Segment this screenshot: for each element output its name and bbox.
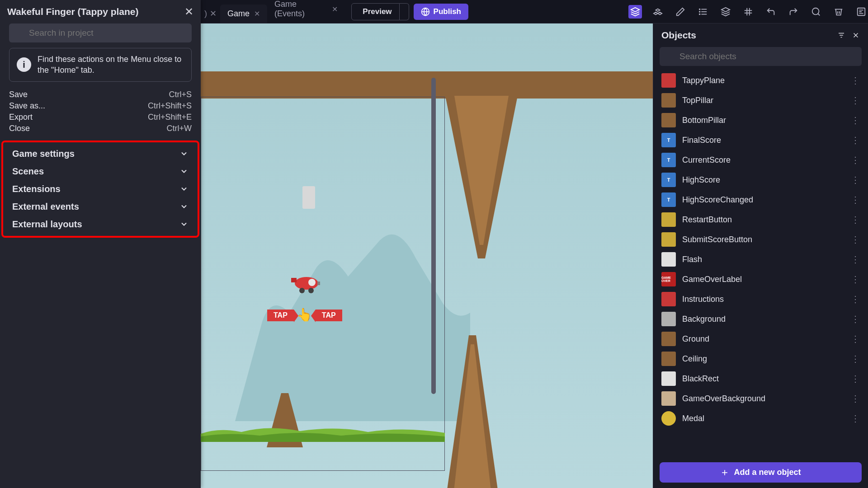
- info-text: Find these actions on the Menu close to …: [38, 54, 184, 76]
- object-row-finalscore[interactable]: TFinalScore⋮: [653, 130, 868, 150]
- tab-game-events[interactable]: Game (Events) ✕: [267, 0, 345, 23]
- vertical-scrollbar[interactable]: [431, 78, 436, 394]
- more-icon[interactable]: ⋮: [851, 413, 860, 424]
- more-icon[interactable]: ⋮: [851, 115, 860, 126]
- object-name: HighScore: [682, 175, 844, 185]
- tab-stub[interactable]: ) ✕: [201, 4, 220, 23]
- object-thumb: [661, 93, 676, 108]
- instances-list-icon[interactable]: [696, 5, 710, 19]
- close-icon[interactable]: ✕: [184, 5, 193, 18]
- object-name: GameOverBackground: [682, 394, 844, 404]
- search-icon: [811, 7, 821, 17]
- section-external-events[interactable]: External events: [12, 198, 189, 216]
- object-thumb: T: [661, 173, 676, 187]
- svg-line-15: [818, 14, 820, 15]
- more-icon[interactable]: ⋮: [851, 135, 860, 145]
- more-icon[interactable]: ⋮: [851, 314, 860, 324]
- close-icon[interactable]: [852, 31, 860, 39]
- zoom-button[interactable]: [809, 5, 823, 19]
- object-row-highscorechanged[interactable]: THighScoreChanged⋮: [653, 190, 868, 210]
- section-game-settings[interactable]: Game settings: [12, 145, 189, 163]
- cube-icon: [630, 7, 640, 17]
- object-thumb: [661, 113, 676, 127]
- object-row-tappyplane[interactable]: TappyPlane⋮: [653, 70, 868, 90]
- more-icon[interactable]: ⋮: [851, 214, 860, 225]
- more-icon[interactable]: ⋮: [851, 234, 860, 245]
- tab-game[interactable]: Game ✕: [220, 5, 267, 23]
- grid-icon[interactable]: [741, 5, 755, 19]
- delete-button[interactable]: [832, 5, 845, 19]
- project-search-input[interactable]: [9, 23, 192, 42]
- object-row-toppillar[interactable]: TopPillar⋮: [653, 90, 868, 110]
- objects-panel-header: Objects: [653, 23, 868, 47]
- more-icon[interactable]: ⋮: [851, 95, 860, 106]
- object-row-ground[interactable]: Ground⋮: [653, 329, 868, 349]
- object-row-flash[interactable]: Flash⋮: [653, 249, 868, 269]
- svg-marker-9: [722, 7, 730, 11]
- globe-icon: [421, 7, 430, 16]
- more-icon[interactable]: ⋮: [851, 353, 860, 364]
- tab-stub-text: ): [204, 9, 207, 19]
- menu-item-label: Save: [9, 90, 28, 99]
- section-external-layouts[interactable]: External layouts: [12, 216, 189, 233]
- redo-button[interactable]: [787, 5, 800, 19]
- info-icon: i: [17, 57, 31, 72]
- object-row-currentscore[interactable]: TCurrentScore⋮: [653, 150, 868, 170]
- more-icon[interactable]: ⋮: [851, 155, 860, 165]
- more-icon[interactable]: ⋮: [851, 294, 860, 305]
- edit-icon[interactable]: [674, 5, 687, 19]
- more-icon[interactable]: ⋮: [851, 274, 860, 285]
- section-extensions[interactable]: Extensions: [12, 180, 189, 198]
- close-icon[interactable]: ✕: [332, 5, 338, 14]
- preview-group: Preview: [351, 3, 409, 20]
- object-name: Background: [682, 314, 844, 324]
- object-thumb: [661, 312, 676, 326]
- filter-icon[interactable]: [837, 31, 845, 39]
- more-icon[interactable]: ⋮: [851, 254, 860, 265]
- more-icon[interactable]: ⋮: [851, 333, 860, 344]
- undo-button[interactable]: [764, 5, 778, 19]
- menu-item-save[interactable]: SaveCtrl+S: [9, 89, 192, 100]
- objects-search-input[interactable]: [660, 47, 862, 66]
- object-row-blackrect[interactable]: BlackRect⋮: [653, 369, 868, 389]
- publish-button[interactable]: Publish: [414, 4, 468, 20]
- object-row-gameoverlabel[interactable]: GAME OVERGameOverLabel⋮: [653, 269, 868, 289]
- more-icon[interactable]: ⋮: [851, 194, 860, 205]
- menu-item-label: Export: [9, 113, 33, 122]
- object-row-background[interactable]: Background⋮: [653, 309, 868, 329]
- object-row-instructions[interactable]: Instructions⋮: [653, 289, 868, 309]
- tap-left-badge: TAP: [267, 310, 294, 321]
- object-name: RestartButton: [682, 215, 844, 225]
- object-row-bottompillar[interactable]: BottomPillar⋮: [653, 110, 868, 130]
- more-icon[interactable]: ⋮: [851, 373, 860, 384]
- menu-item-save-as-[interactable]: Save as...Ctrl+Shift+S: [9, 100, 192, 112]
- close-icon[interactable]: ✕: [210, 9, 217, 19]
- menu-item-export[interactable]: ExportCtrl+Shift+E: [9, 112, 192, 123]
- menu-item-close[interactable]: CloseCtrl+W: [9, 123, 192, 134]
- object-row-medal[interactable]: Medal⋮: [653, 408, 868, 428]
- preview-dropdown[interactable]: [400, 3, 409, 20]
- objects-panel-toggle[interactable]: [628, 5, 642, 19]
- object-row-highscore[interactable]: THighScore⋮: [653, 170, 868, 190]
- close-icon[interactable]: ✕: [254, 9, 260, 18]
- layers-icon: [721, 7, 731, 17]
- object-groups-icon[interactable]: [651, 5, 665, 19]
- object-name: BlackRect: [682, 374, 844, 384]
- object-row-restartbutton[interactable]: RestartButton⋮: [653, 210, 868, 230]
- drawer-title: Wakeful Finger (Tappy plane): [7, 6, 139, 17]
- object-name: HighScoreChanged: [682, 195, 844, 205]
- layers-icon[interactable]: [719, 5, 732, 19]
- file-menu-items: SaveCtrl+SSave as...Ctrl+Shift+SExportCt…: [0, 87, 201, 139]
- more-icon[interactable]: ⋮: [851, 174, 860, 185]
- object-row-ceiling[interactable]: Ceiling⋮: [653, 349, 868, 369]
- object-row-submitscorebutton[interactable]: SubmitScoreButton⋮: [653, 230, 868, 249]
- settings-button[interactable]: [854, 5, 868, 19]
- section-scenes[interactable]: Scenes: [12, 163, 189, 180]
- object-row-gameoverbackground[interactable]: GameOverBackground⋮: [653, 389, 868, 408]
- add-object-button[interactable]: Add a new object: [660, 462, 862, 483]
- object-name: Ceiling: [682, 354, 844, 364]
- preview-button[interactable]: Preview: [351, 3, 399, 20]
- more-icon[interactable]: ⋮: [851, 393, 860, 404]
- more-icon[interactable]: ⋮: [851, 75, 860, 86]
- tab-label: Game (Events): [274, 0, 327, 19]
